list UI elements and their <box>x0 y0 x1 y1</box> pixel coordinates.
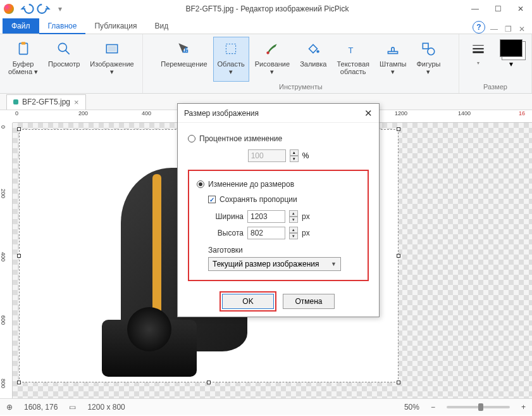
zoom-value: 50% <box>404 403 419 412</box>
doc-icon <box>13 99 18 104</box>
tab-view[interactable]: Вид <box>145 18 177 34</box>
zoom-out[interactable]: − <box>431 403 435 412</box>
presets-label: Заготовки <box>208 246 360 255</box>
zoom-slider[interactable] <box>447 406 510 408</box>
mdi-restore[interactable]: ❐ <box>503 25 513 34</box>
mdi-close[interactable]: ✕ <box>517 25 527 34</box>
image-icon <box>103 40 121 58</box>
maximize-button[interactable]: ☐ <box>490 4 505 13</box>
ribbon-tabs: Файл Главное Публикация Вид ? — ❐ ✕ <box>0 18 532 34</box>
qat-more-button[interactable]: ▾ <box>53 3 67 15</box>
image-size: 1200 x 800 <box>87 403 125 412</box>
help-button[interactable]: ? <box>473 21 485 34</box>
title-bar: ▾ BF2-GFT5.jpg - Редактор изображений Pi… <box>0 0 532 18</box>
tab-file[interactable]: Файл <box>3 18 39 34</box>
color-swatch[interactable]: ▾ <box>495 37 528 82</box>
draw-tool[interactable]: Рисование ▾ <box>251 37 294 82</box>
svg-rect-11 <box>423 43 429 49</box>
shapes-icon <box>419 40 437 58</box>
checkbox-icon: ✓ <box>208 196 216 203</box>
shapes-tool[interactable]: Фигуры ▾ <box>412 37 445 82</box>
tab-publish[interactable]: Публикация <box>85 18 145 34</box>
doc-tab-label: BF2-GFT5.jpg <box>22 98 70 106</box>
height-label: Высота <box>208 229 244 237</box>
height-spinner[interactable]: ▴▾ <box>289 227 298 239</box>
tab-home[interactable]: Главное <box>39 18 86 34</box>
presets-combo[interactable]: Текущий размер изображения ▼ <box>208 257 341 271</box>
cancel-button[interactable]: Отмена <box>283 294 335 309</box>
radio-icon <box>197 180 204 188</box>
resize-dialog: Размер изображения ✕ Процентное изменени… <box>177 103 380 317</box>
width-input[interactable] <box>247 210 285 223</box>
move-tool[interactable]: Перемещение <box>156 37 211 82</box>
lines-icon <box>469 40 487 58</box>
brush-icon <box>263 40 281 58</box>
select-tool[interactable]: Область ▾ <box>213 37 249 82</box>
window-controls: — ☐ ✕ <box>467 4 528 13</box>
stroke-weight[interactable]: ▾ <box>463 37 493 82</box>
image-button[interactable]: Изображение ▾ <box>85 37 138 92</box>
close-button[interactable]: ✕ <box>513 4 528 13</box>
group-tools-label: Инструменты <box>279 82 323 92</box>
radio-pixels[interactable]: Изменение до размеров <box>197 180 360 189</box>
foreground-color[interactable] <box>500 39 523 57</box>
svg-rect-10 <box>388 51 398 53</box>
width-unit: px <box>302 212 310 221</box>
radio-percent[interactable]: Процентное изменение <box>188 134 369 143</box>
doc-tab[interactable]: BF2-GFT5.jpg × <box>6 94 86 110</box>
window-title: BF2-GFT5.jpg - Редактор изображений PicP… <box>67 4 467 13</box>
height-input[interactable] <box>247 227 285 239</box>
size-icon: ▭ <box>69 403 76 412</box>
dialog-titlebar: Размер изображения ✕ <box>178 104 379 123</box>
minimize-button[interactable]: — <box>467 4 483 13</box>
svg-rect-0 <box>19 43 27 54</box>
ok-button[interactable]: OK <box>222 294 274 309</box>
radio-icon <box>188 135 195 142</box>
percent-input[interactable] <box>248 149 286 162</box>
clipboard-button[interactable]: Буфер обмена ▾ <box>4 37 42 92</box>
redo-button[interactable] <box>37 3 51 15</box>
keep-ratio-checkbox[interactable]: ✓ Сохранять пропорции <box>208 195 360 204</box>
text-icon: T <box>344 40 362 58</box>
zoom-in[interactable]: + <box>521 403 526 412</box>
width-spinner[interactable]: ▴▾ <box>289 210 298 223</box>
keep-ratio-label: Сохранять пропорции <box>220 195 297 204</box>
ribbon: Буфер обмена ▾ Просмотр Изображение ▾ Пе… <box>0 34 532 94</box>
svg-point-12 <box>428 48 435 55</box>
radio-percent-label: Процентное изменение <box>199 134 282 143</box>
presets-value: Текущий размер изображения <box>213 260 319 268</box>
handle-mr[interactable] <box>397 254 400 258</box>
handle-br[interactable] <box>397 381 400 384</box>
percent-spinner[interactable]: ▴▾ <box>290 149 299 162</box>
radio-pixels-label: Изменение до размеров <box>208 180 294 189</box>
handle-tr[interactable] <box>397 127 400 131</box>
quick-access-toolbar: ▾ <box>20 3 67 15</box>
chevron-down-icon: ▼ <box>331 261 337 267</box>
svg-line-3 <box>65 50 70 54</box>
svg-rect-1 <box>21 42 25 44</box>
select-icon <box>222 40 240 58</box>
text-tool[interactable]: T Текстовая область <box>332 37 373 82</box>
bucket-icon <box>304 40 322 58</box>
doc-tab-close[interactable]: × <box>74 98 79 107</box>
group-size-label: Размер <box>483 82 507 92</box>
handle-bm[interactable] <box>207 381 211 384</box>
preview-button[interactable]: Просмотр <box>44 37 84 92</box>
svg-point-7 <box>267 51 269 54</box>
handle-bl[interactable] <box>17 381 21 384</box>
move-icon <box>175 40 193 58</box>
handle-tl[interactable] <box>17 127 21 131</box>
mdi-minimize[interactable]: — <box>489 25 499 34</box>
svg-text:T: T <box>349 46 354 55</box>
width-label: Ширина <box>208 212 244 221</box>
stamps-tool[interactable]: Штампы ▾ <box>375 37 411 82</box>
stamp-icon <box>384 40 402 58</box>
dialog-close-button[interactable]: ✕ <box>364 108 373 119</box>
fill-tool[interactable]: Заливка <box>295 37 331 82</box>
handle-ml[interactable] <box>17 254 21 258</box>
undo-button[interactable] <box>20 3 34 15</box>
app-icon <box>4 4 14 14</box>
coords-icon: ⊕ <box>6 403 13 412</box>
svg-point-8 <box>317 50 319 53</box>
percent-unit: % <box>302 151 309 160</box>
